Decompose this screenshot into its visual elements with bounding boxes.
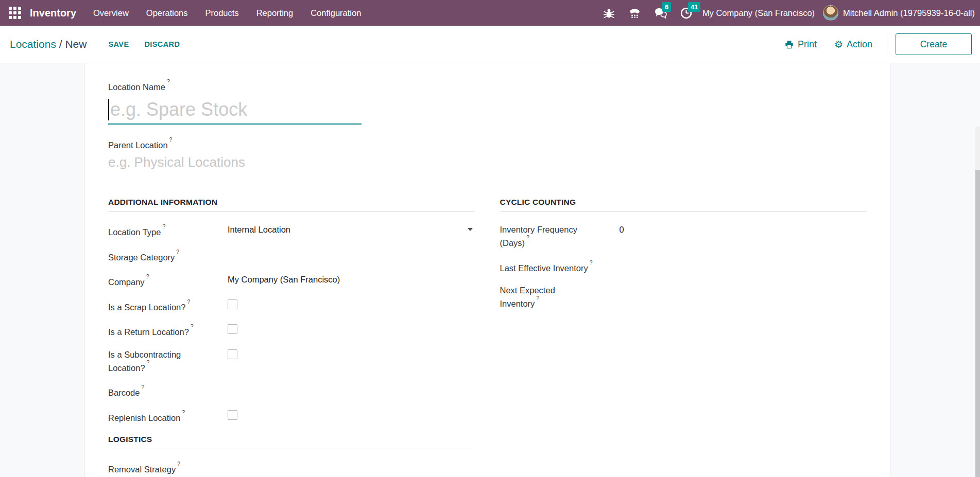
scrollbar-thumb[interactable]	[975, 170, 980, 477]
storage-category-row: Storage Category?	[108, 250, 475, 263]
is-return-location-label: Is a Return Location??	[108, 324, 228, 338]
form-groups: ADDITIONAL INFORMATION Location Type? In…	[108, 198, 866, 477]
is-return-location-row: Is a Return Location??	[108, 324, 475, 338]
activities-button[interactable]: 41	[680, 6, 693, 20]
control-panel: Locations / New SAVE DISCARD Print ⚙ Act…	[0, 26, 980, 63]
form-sheet: Location Name? Parent Location? ADDITION…	[84, 63, 890, 477]
top-navbar: Inventory Overview Operations Products R…	[0, 0, 980, 26]
print-button[interactable]: Print	[784, 39, 817, 50]
barcode-label: Barcode?	[108, 385, 228, 398]
control-panel-right: Print ⚙ Action Create	[784, 33, 976, 55]
barcode-input[interactable]	[228, 385, 475, 398]
phone-keypad-icon	[628, 7, 641, 20]
vertical-scrollbar[interactable]	[975, 127, 980, 477]
location-name-label: Location Name?	[108, 79, 866, 93]
parent-location-label: Parent Location?	[108, 137, 866, 151]
is-subcontracting-value	[228, 349, 475, 374]
text-cursor	[108, 99, 109, 120]
breadcrumb-locations-link[interactable]: Locations	[10, 38, 56, 50]
company-row: Company? My Company (San Francisco)	[108, 274, 475, 288]
is-return-location-checkbox[interactable]	[228, 324, 237, 334]
left-column: ADDITIONAL INFORMATION Location Type? In…	[108, 198, 475, 477]
create-button[interactable]: Create	[896, 33, 972, 55]
inventory-frequency-label: Inventory Frequency (Days)?	[500, 224, 620, 249]
activities-count-badge: 41	[688, 2, 700, 12]
storage-category-label: Storage Category?	[108, 250, 228, 263]
replenish-location-label: Replenish Location?	[108, 410, 228, 423]
apps-grid-icon	[9, 7, 21, 19]
is-scrap-value	[228, 299, 475, 313]
storage-category-input[interactable]	[228, 250, 475, 263]
parent-location-input[interactable]	[108, 152, 362, 172]
user-avatar[interactable]	[823, 5, 838, 21]
is-subcontracting-location-row: Is a Subcontracting Location??	[108, 349, 475, 374]
location-type-label: Location Type?	[108, 224, 228, 238]
removal-strategy-label: Removal Strategy?	[108, 462, 228, 475]
is-scrap-help-icon: ?	[187, 298, 190, 305]
inventory-frequency-row: Inventory Frequency (Days)? 0	[500, 224, 867, 249]
last-effective-inventory-value	[620, 260, 867, 274]
messages-button[interactable]: 6	[654, 6, 667, 20]
menu-configuration[interactable]: Configuration	[302, 0, 370, 26]
is-subcontracting-location-checkbox[interactable]	[228, 349, 237, 359]
replenish-help-icon: ?	[182, 409, 185, 415]
messages-count-badge: 6	[662, 2, 671, 12]
voip-button[interactable]	[628, 6, 642, 20]
storage-category-help-icon: ?	[176, 249, 179, 255]
breadcrumb-separator: /	[59, 38, 65, 50]
chevron-down-icon	[468, 228, 473, 231]
next-expected-inventory-row: Next Expected Inventory?	[500, 285, 867, 309]
parent-location-help-icon: ?	[169, 136, 173, 143]
systray: 6 41	[603, 6, 693, 20]
debug-menu-button[interactable]	[603, 6, 616, 20]
location-type-help-icon: ?	[162, 223, 165, 229]
company-switcher[interactable]: My Company (San Francisco)	[702, 8, 815, 18]
app-name[interactable]: Inventory	[30, 7, 76, 19]
gear-icon: ⚙	[834, 40, 843, 49]
apps-menu-button[interactable]	[6, 4, 24, 22]
bug-icon	[603, 7, 615, 19]
action-label: Action	[847, 39, 872, 50]
company-help-icon: ?	[146, 273, 149, 279]
menu-operations[interactable]: Operations	[137, 0, 197, 26]
last-effective-inventory-label: Last Effective Inventory?	[500, 260, 620, 274]
right-column: CYCLIC COUNTING Inventory Frequency (Day…	[500, 198, 867, 477]
additional-information-heading: ADDITIONAL INFORMATION	[108, 198, 475, 212]
inventory-frequency-help-icon: ?	[526, 234, 529, 240]
user-menu[interactable]: Mitchell Admin (19795939-16-0-all)	[843, 8, 975, 18]
is-subcontracting-location-label: Is a Subcontracting Location??	[108, 349, 228, 374]
printer-icon	[784, 40, 794, 49]
company-value: My Company (San Francisco)	[228, 274, 475, 288]
last-effective-inventory-help-icon: ?	[590, 259, 593, 266]
discard-button[interactable]: DISCARD	[144, 40, 180, 48]
last-effective-inventory-row: Last Effective Inventory?	[500, 260, 867, 274]
menu-products[interactable]: Products	[197, 0, 248, 26]
menu-reporting[interactable]: Reporting	[248, 0, 302, 26]
removal-strategy-row: Removal Strategy?	[108, 462, 475, 475]
cyclic-counting-heading: CYCLIC COUNTING	[500, 198, 867, 212]
location-type-row: Location Type? Internal Location	[108, 224, 475, 238]
is-scrap-location-label: Is a Scrap Location??	[108, 299, 228, 313]
next-expected-inventory-value	[620, 285, 867, 309]
location-name-help-icon: ?	[167, 78, 170, 84]
removal-strategy-input[interactable]	[228, 462, 475, 475]
location-name-input[interactable]	[110, 96, 362, 123]
is-scrap-location-row: Is a Scrap Location??	[108, 299, 475, 313]
inventory-frequency-input[interactable]: 0	[620, 224, 867, 249]
location-type-value: Internal Location	[228, 224, 290, 235]
replenish-location-checkbox[interactable]	[228, 410, 237, 420]
location-name-field	[108, 96, 362, 125]
menu-overview[interactable]: Overview	[84, 0, 137, 26]
breadcrumb-current: New	[65, 38, 87, 50]
is-return-help-icon: ?	[191, 323, 194, 329]
print-label: Print	[798, 39, 817, 50]
action-button[interactable]: ⚙ Action	[834, 39, 872, 50]
main-content: Location Name? Parent Location? ADDITION…	[0, 63, 980, 477]
logistics-heading: LOGISTICS	[108, 435, 475, 449]
removal-strategy-help-icon: ?	[177, 461, 180, 467]
is-scrap-location-checkbox[interactable]	[228, 299, 237, 309]
replenish-value	[228, 410, 475, 423]
save-button[interactable]: SAVE	[108, 40, 129, 48]
breadcrumb: Locations / New	[10, 38, 87, 50]
location-type-select[interactable]: Internal Location	[228, 224, 475, 238]
